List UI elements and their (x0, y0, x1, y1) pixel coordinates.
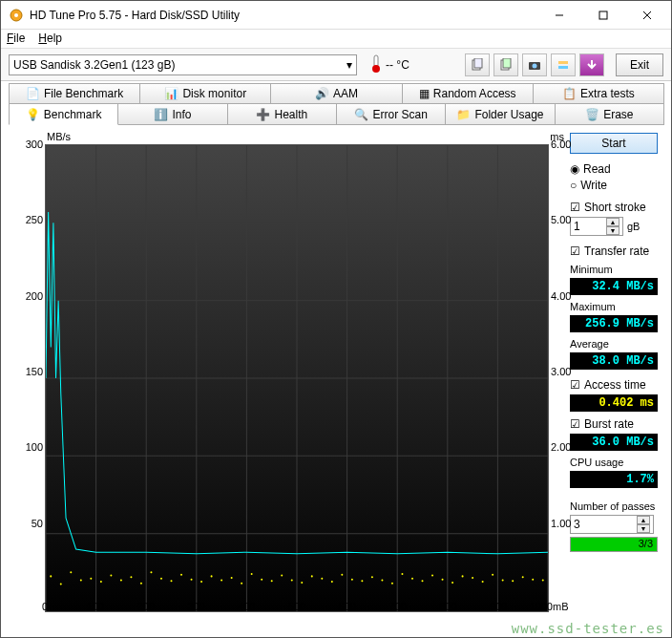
plot-area (45, 144, 549, 612)
svg-point-79 (512, 580, 514, 582)
svg-point-35 (70, 571, 72, 573)
svg-point-45 (171, 580, 173, 582)
tab-folder-usage[interactable]: 📁Folder Usage (445, 104, 555, 125)
tab-extra-tests[interactable]: 📋Extra tests (533, 83, 664, 104)
svg-point-67 (391, 583, 393, 585)
tab-row-2: 💡Benchmark ℹ️Info ➕Health 🔍Error Scan 📁F… (9, 104, 663, 125)
svg-rect-3 (599, 11, 607, 19)
exit-button[interactable]: Exit (616, 53, 663, 76)
tab-error-scan[interactable]: 🔍Error Scan (336, 104, 446, 125)
save-button[interactable] (579, 53, 604, 76)
x-tick: 700 (388, 601, 406, 612)
svg-point-68 (401, 573, 403, 575)
x-tick: 100 (87, 601, 104, 612)
copy-info-button[interactable] (465, 53, 490, 76)
read-radio[interactable]: ◉Read (570, 162, 658, 176)
x-tick: 600 (339, 601, 356, 612)
svg-point-47 (191, 579, 193, 581)
extra-icon: 📋 (562, 87, 577, 100)
avg-value: 38.0 MB/s (570, 352, 658, 370)
access-time-check[interactable]: ☑Access time (570, 378, 658, 392)
svg-point-39 (110, 575, 112, 577)
svg-point-73 (452, 582, 453, 584)
y-left-tick: 200 (14, 290, 43, 302)
x-tick: 800 (439, 601, 456, 612)
tab-aam[interactable]: 🔊AAM (270, 83, 402, 104)
svg-point-52 (241, 583, 242, 585)
avg-label: Average (570, 338, 658, 350)
svg-point-62 (341, 574, 343, 576)
svg-point-80 (522, 576, 524, 578)
tab-random-access[interactable]: ▦Random Access (402, 83, 534, 104)
svg-point-53 (251, 573, 253, 575)
y-left-label: MB/s (47, 131, 71, 142)
copy-screenshot-button[interactable] (494, 53, 518, 76)
info-icon: ℹ️ (154, 108, 168, 121)
svg-point-34 (60, 584, 62, 585)
app-window: HD Tune Pro 5.75 - Hard Disk/SSD Utility… (0, 0, 672, 638)
svg-point-37 (90, 578, 92, 580)
y-right-tick: 5.00 (551, 214, 579, 225)
camera-button[interactable] (522, 53, 547, 76)
svg-point-40 (120, 579, 122, 581)
svg-point-55 (271, 580, 273, 582)
close-button[interactable] (625, 2, 669, 29)
svg-point-33 (50, 575, 52, 577)
content: MB/s ms 501001502002503001.002.003.004.0… (1, 125, 671, 637)
min-value: 32.4 MB/s (570, 278, 658, 295)
svg-point-63 (351, 579, 353, 581)
short-stroke-check[interactable]: ☑Short stroke (570, 201, 658, 214)
svg-point-46 (180, 574, 182, 576)
file-icon: 📄 (26, 87, 40, 100)
app-icon (9, 8, 24, 23)
y-right-tick: 4.00 (551, 290, 579, 302)
tab-row-1: 📄File Benchmark 📊Disk monitor 🔊AAM ▦Rand… (9, 83, 663, 104)
cpu-value: 1.7% (570, 471, 658, 488)
options-button[interactable] (551, 53, 576, 76)
svg-rect-11 (503, 58, 511, 68)
tab-info[interactable]: ℹ️Info (117, 104, 227, 125)
max-value: 256.9 MB/s (570, 315, 658, 332)
svg-point-58 (301, 582, 303, 584)
y-left-tick: 250 (14, 214, 43, 225)
gb-label: gB (627, 221, 640, 232)
svg-point-78 (502, 579, 504, 581)
tab-benchmark[interactable]: 💡Benchmark (9, 104, 118, 125)
svg-rect-9 (474, 58, 482, 68)
minimize-button[interactable] (537, 2, 581, 29)
svg-point-72 (442, 579, 444, 581)
spin-icon[interactable]: ▲▼ (606, 218, 620, 235)
svg-point-42 (140, 583, 142, 585)
burst-rate-check[interactable]: ☑Burst rate (570, 417, 658, 431)
tab-disk-monitor[interactable]: 📊Disk monitor (139, 83, 271, 104)
transfer-rate-check[interactable]: ☑Transfer rate (570, 245, 658, 258)
passes-input[interactable]: 3▲▼ (570, 515, 654, 534)
svg-point-61 (331, 581, 333, 583)
y-right-tick: 6.00 (551, 138, 579, 150)
monitor-icon: 📊 (164, 87, 178, 100)
tab-erase[interactable]: 🗑️Erase (555, 104, 664, 125)
random-icon: ▦ (419, 87, 430, 100)
svg-point-64 (361, 580, 363, 582)
progress-bar: 3/3 (570, 537, 658, 552)
tab-health[interactable]: ➕Health (227, 104, 337, 125)
burst-value: 36.0 MB/s (570, 434, 658, 451)
menu-file[interactable]: File (7, 32, 25, 46)
tabs: 📄File Benchmark 📊Disk monitor 🔊AAM ▦Rand… (1, 81, 671, 125)
svg-point-71 (431, 575, 433, 577)
menu-help[interactable]: Help (38, 32, 62, 46)
svg-point-76 (482, 581, 484, 583)
controls-pane: Start ◉Read ○Write ☑Short stroke 1▲▼ gB … (570, 131, 658, 629)
maximize-button[interactable] (581, 2, 625, 29)
health-icon: ➕ (256, 108, 270, 121)
write-radio[interactable]: ○Write (570, 179, 658, 192)
y-left-tick: 150 (14, 366, 43, 377)
start-button[interactable]: Start (570, 133, 658, 154)
max-label: Maximum (570, 301, 658, 312)
spin-icon[interactable]: ▲▼ (637, 516, 650, 533)
chart-pane: MB/s ms 501001502002503001.002.003.004.0… (9, 131, 564, 629)
svg-point-54 (261, 579, 262, 581)
tab-file-benchmark[interactable]: 📄File Benchmark (9, 83, 140, 104)
svg-point-74 (462, 575, 464, 577)
device-select[interactable]: USB Sandisk 3.2Gen1 (123 gB) ▾ (9, 54, 357, 75)
